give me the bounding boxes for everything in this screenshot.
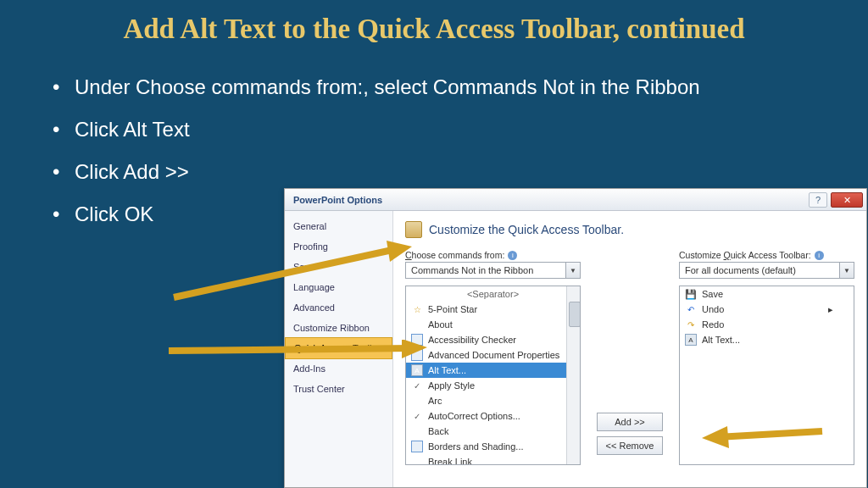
bullet-item: Click Alt Text: [53, 114, 868, 145]
dropdown-icon[interactable]: ▼: [565, 263, 580, 278]
sidebar-item[interactable]: Advanced: [285, 297, 392, 318]
list-item-label: Alt Text...: [702, 335, 740, 345]
qat-listbox[interactable]: 💾Save↶Undo▸↷RedoAAlt Text...: [679, 286, 854, 465]
powerpoint-options-dialog: PowerPoint Options ? ✕ GeneralProofingSa…: [284, 188, 867, 488]
sidebar-item[interactable]: General: [285, 216, 392, 236]
list-item-label: <Separator>: [467, 289, 519, 299]
dropdown-icon[interactable]: ▼: [839, 263, 854, 278]
toolbar-icon: [405, 221, 422, 238]
blank-icon: [411, 395, 423, 407]
list-item[interactable]: 💾Save: [680, 286, 854, 302]
document-icon: [411, 334, 423, 346]
document-icon: [411, 441, 423, 452]
list-item-label: Redo: [702, 319, 724, 330]
list-item[interactable]: Advanced Document Properties: [406, 347, 580, 363]
bullet-item: Under Choose commands from:, select Comm…: [53, 72, 868, 103]
dialog-heading-text: Customize the Quick Access Toolbar.: [429, 223, 624, 236]
gear-icon: ✓: [411, 410, 423, 422]
bullet-item: Click Add >>: [53, 157, 868, 187]
list-item[interactable]: <Separator>: [406, 286, 580, 302]
sidebar-item[interactable]: Customize Ribbon: [285, 318, 392, 338]
blank-icon: [411, 425, 423, 437]
list-item[interactable]: AAlt Text...: [680, 332, 854, 347]
list-item[interactable]: ✓Apply Style: [406, 378, 580, 393]
list-item[interactable]: Accessibility Checker: [406, 332, 580, 347]
undo-icon: ↶: [685, 303, 697, 315]
commands-listbox[interactable]: <Separator>☆5-Point StarAboutAccessibili…: [405, 286, 581, 465]
list-item-label: Arc: [428, 396, 442, 406]
dialog-heading: Customize the Quick Access Toolbar.: [405, 221, 854, 238]
list-item[interactable]: ☆5-Point Star: [406, 302, 580, 317]
alt-text-icon: A: [411, 364, 423, 376]
list-item-label: Borders and Shading...: [428, 441, 524, 452]
blank-icon: [411, 456, 423, 465]
list-item[interactable]: About: [406, 317, 580, 332]
list-item[interactable]: AAlt Text...: [406, 363, 580, 378]
list-item[interactable]: Arc: [406, 393, 580, 408]
list-item-label: Accessibility Checker: [428, 335, 516, 345]
add-button[interactable]: Add >>: [597, 413, 663, 431]
list-item-label: Back: [428, 426, 448, 436]
star-icon: ☆: [411, 303, 423, 315]
list-item-label: About: [428, 319, 453, 330]
list-item-label: Break Link: [428, 457, 472, 465]
list-item-label: Apply Style: [428, 380, 475, 391]
list-item[interactable]: Borders and Shading...: [406, 439, 580, 454]
list-item[interactable]: ↷Redo: [680, 317, 854, 332]
scrollbar[interactable]: [566, 286, 580, 464]
list-item-label: Save: [702, 289, 723, 299]
slide-title: Add Alt Text to the Quick Access Toolbar…: [0, 0, 868, 53]
dialog-titlebar: PowerPoint Options ? ✕: [285, 189, 866, 211]
remove-button[interactable]: << Remove: [597, 436, 663, 455]
info-icon: i: [815, 251, 824, 260]
sidebar-item[interactable]: Quick Access Toolbar: [285, 337, 392, 359]
customize-qat-label: Customize Quick Access Toolbar: i: [679, 250, 854, 260]
sidebar-item[interactable]: Proofing: [285, 236, 392, 257]
close-button[interactable]: ✕: [831, 192, 863, 208]
list-item-label: Advanced Document Properties: [428, 350, 559, 360]
info-icon: i: [508, 251, 517, 260]
list-item[interactable]: Back: [406, 424, 580, 439]
sidebar-item[interactable]: Language: [285, 277, 392, 297]
help-button[interactable]: ?: [809, 192, 827, 208]
sidebar-item[interactable]: Trust Center: [285, 379, 392, 399]
dialog-title: PowerPoint Options: [288, 195, 809, 205]
list-item-label: AutoCorrect Options...: [428, 411, 520, 421]
gear-icon: ✓: [411, 380, 423, 391]
save-icon: 💾: [685, 288, 697, 300]
list-item-label: Alt Text...: [428, 365, 466, 375]
list-item[interactable]: ↶Undo▸: [680, 302, 854, 317]
redo-icon: ↷: [685, 319, 697, 330]
alt-text-icon: A: [685, 334, 697, 346]
list-item[interactable]: ✓AutoCorrect Options...: [406, 408, 580, 424]
submenu-arrow-icon: ▸: [828, 304, 833, 315]
choose-commands-label: Choose commands from: i: [405, 250, 581, 260]
list-item[interactable]: Break Link: [406, 454, 580, 465]
list-item-label: Undo: [702, 304, 724, 314]
choose-commands-combo[interactable]: Commands Not in the Ribbon ▼: [405, 262, 581, 279]
sidebar-item[interactable]: Save: [285, 257, 392, 277]
blank-icon: [411, 319, 423, 330]
document-icon: [411, 349, 423, 361]
customize-qat-combo[interactable]: For all documents (default) ▼: [679, 262, 854, 279]
dialog-sidebar: GeneralProofingSaveLanguageAdvancedCusto…: [285, 211, 393, 487]
list-item-label: 5-Point Star: [428, 304, 477, 314]
sidebar-item[interactable]: Add-Ins: [285, 358, 392, 379]
